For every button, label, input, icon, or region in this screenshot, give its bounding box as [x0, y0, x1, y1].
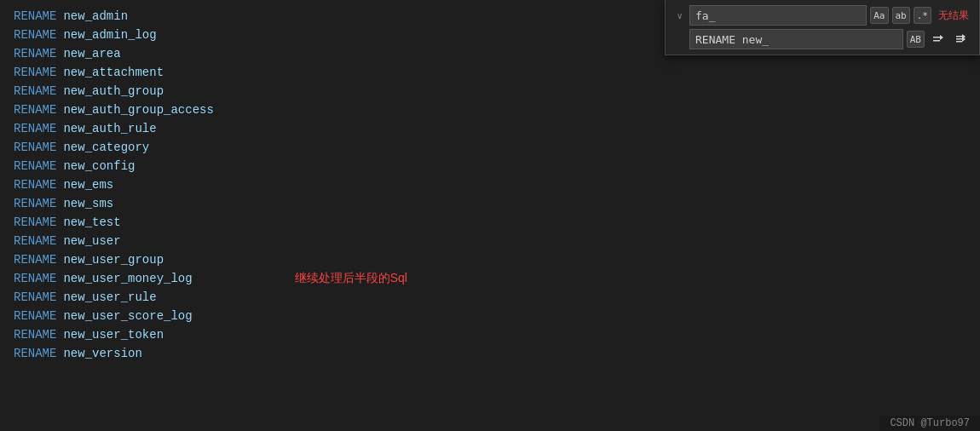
line-keyword: RENAME	[14, 28, 56, 42]
preserve-case-button[interactable]: AB	[907, 31, 925, 48]
line-keyword: RENAME	[14, 159, 56, 173]
regex-button[interactable]: .*	[914, 7, 931, 24]
table-line: RENAMEnew_user_token	[0, 325, 980, 344]
table-line: RENAMEnew_ems	[0, 175, 980, 194]
table-line: RENAMEnew_user_money_log继续处理后半段的Sql	[0, 269, 980, 288]
line-table-name: new_user_token	[63, 328, 164, 342]
no-result-label: 无结果	[935, 9, 972, 23]
find-input[interactable]	[689, 5, 867, 26]
line-table-name: new_user_score_log	[63, 309, 192, 323]
line-keyword: RENAME	[14, 253, 56, 267]
replace-one-button[interactable]	[928, 29, 948, 49]
replace-all-button[interactable]	[952, 29, 972, 49]
line-table-name: new_user	[63, 234, 120, 248]
table-line: RENAMEnew_user_group	[0, 250, 980, 269]
line-table-name: new_auth_rule	[63, 122, 156, 135]
table-line: RENAMEnew_user	[0, 232, 980, 250]
table-line: RENAMEnew_user_rule	[0, 288, 980, 307]
table-line: RENAMEnew_version	[0, 344, 980, 363]
line-table-name: new_test	[63, 216, 120, 229]
line-keyword: RENAME	[14, 66, 56, 79]
line-table-name: new_user_rule	[63, 290, 156, 304]
line-keyword: RENAME	[14, 9, 56, 23]
line-table-name: new_category	[63, 141, 149, 154]
line-keyword: RENAME	[14, 290, 56, 304]
find-replace-widget: ∨ Aa ab .* 无结果 AB	[665, 0, 980, 55]
line-keyword: RENAME	[14, 197, 56, 210]
line-keyword: RENAME	[14, 272, 56, 285]
line-table-name: new_user_money_log	[63, 272, 192, 285]
table-line: RENAMEnew_config	[0, 157, 980, 175]
line-table-name: new_ems	[63, 178, 113, 192]
line-keyword: RENAME	[14, 328, 56, 342]
line-table-name: new_auth_group	[63, 84, 164, 98]
svg-rect-5	[956, 38, 962, 40]
svg-marker-1	[940, 35, 943, 40]
line-keyword: RENAME	[14, 216, 56, 229]
table-line: RENAMEnew_auth_group_access	[0, 101, 980, 119]
line-table-name: new_version	[63, 347, 141, 360]
line-table-name: new_area	[63, 47, 120, 60]
line-table-name: new_sms	[63, 197, 113, 210]
line-keyword: RENAME	[14, 84, 56, 98]
replace-row: AB	[672, 29, 972, 49]
line-table-name: new_admin_log	[63, 28, 156, 42]
line-keyword: RENAME	[14, 141, 56, 154]
expand-toggle-button[interactable]: ∨	[672, 5, 686, 26]
editor-area: RENAMEnew_adminRENAMEnew_admin_logRENAME…	[0, 0, 980, 431]
line-keyword: RENAME	[14, 309, 56, 323]
table-line: RENAMEnew_auth_group	[0, 82, 980, 101]
svg-rect-7	[956, 41, 962, 43]
table-line: RENAMEnew_auth_rule	[0, 119, 980, 138]
line-keyword: RENAME	[14, 178, 56, 192]
line-table-name: new_user_group	[63, 253, 164, 267]
replace-input[interactable]	[689, 29, 903, 49]
line-keyword: RENAME	[14, 347, 56, 360]
svg-rect-3	[956, 36, 962, 37]
line-keyword: RENAME	[14, 47, 56, 60]
table-line: RENAMEnew_category	[0, 138, 980, 157]
table-line: RENAMEnew_sms	[0, 194, 980, 213]
status-bar: CSDN @Turbo97	[879, 416, 980, 431]
line-keyword: RENAME	[14, 234, 56, 248]
line-table-name: new_admin	[63, 9, 128, 23]
line-table-name: new_attachment	[63, 66, 164, 79]
table-line: RENAMEnew_user_score_log	[0, 307, 980, 325]
find-row: ∨ Aa ab .* 无结果	[672, 5, 972, 26]
line-table-name: new_auth_group_access	[63, 103, 213, 117]
line-keyword: RENAME	[14, 122, 56, 135]
match-case-button[interactable]: Aa	[870, 7, 888, 24]
line-keyword: RENAME	[14, 103, 56, 117]
status-text: CSDN @Turbo97	[890, 417, 970, 429]
table-line: RENAMEnew_test	[0, 213, 980, 232]
line-table-name: new_config	[63, 159, 135, 173]
whole-word-button[interactable]: ab	[892, 7, 910, 24]
svg-rect-2	[933, 40, 940, 42]
annotation-text: 继续处理后半段的Sql	[295, 271, 407, 286]
table-line: RENAMEnew_attachment	[0, 63, 980, 82]
svg-rect-0	[933, 37, 940, 38]
